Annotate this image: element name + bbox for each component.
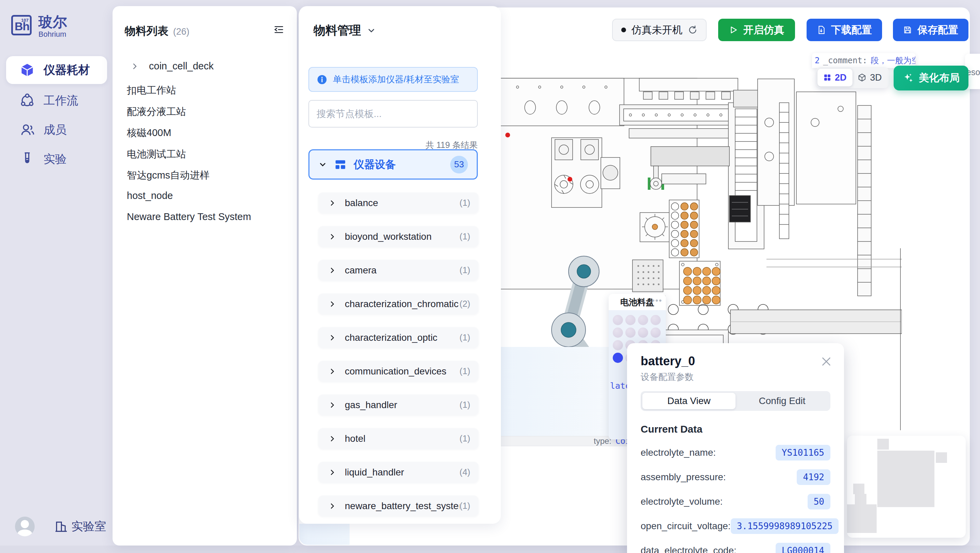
material-item[interactable]: 电池测试工站 [127,148,186,161]
material-item-label: coin_cell_deck [149,61,213,72]
data-label: assembly_pressure: [641,472,797,483]
tray-slot[interactable] [613,315,623,325]
category-row[interactable]: liquid_handler (4) [318,462,479,483]
app-logo[interactable]: 107 Bh 玻尔 Bohrium [11,15,67,39]
category-row[interactable]: characterization_chromatic (2) [318,293,479,314]
group-label: 仪器设备 [354,158,443,172]
tray-menu-icon[interactable]: ••• [652,296,662,305]
minimap-block [877,439,889,449]
material-item[interactable]: host_node [127,190,173,201]
close-icon[interactable] [820,355,832,368]
beautify-layout-button[interactable]: 美化布局 [894,65,969,91]
tab-data-view[interactable]: Data View [642,393,735,409]
collapse-panel-icon[interactable] [273,24,285,35]
sidebar-item-label: 工作流 [43,93,78,108]
material-item-expandable[interactable]: coin_cell_deck [130,61,213,72]
category-count: (1) [460,400,470,410]
search-box [309,100,478,127]
chevron-right-icon [328,435,336,443]
download-config-label: 下载配置 [831,23,872,37]
chevron-right-icon [328,300,336,308]
data-value[interactable]: 4192 [797,469,830,485]
download-config-button[interactable]: 下载配置 [807,19,882,41]
chevron-right-icon [328,199,336,207]
tray-slot[interactable] [613,340,623,350]
data-value[interactable]: 3.1559998989105225 [731,518,839,534]
simulation-status-pill[interactable]: 仿真未开机 [612,19,706,41]
material-item[interactable]: 配液分液工站 [127,105,186,119]
sidebar-item-members[interactable]: 成员 [6,116,107,144]
download-icon [817,25,826,34]
refresh-icon[interactable] [688,25,697,35]
avatar[interactable] [15,516,35,536]
type-label: type: [594,436,611,446]
category-row[interactable]: hotel (1) [318,428,479,449]
toggle-2d[interactable]: 2D [818,69,853,86]
chevron-down-icon[interactable] [367,26,376,35]
tray-slot[interactable] [651,328,661,338]
category-row[interactable]: camera (1) [318,260,479,280]
workflow-icon [20,93,35,108]
category-row[interactable]: bioyond_workstation (1) [318,226,479,247]
toggle-3d[interactable]: 3D [853,69,888,86]
category-row[interactable]: neware_battery_test_system (1) [318,496,479,516]
data-label: open_circuit_voltage: [641,521,731,532]
group-count-badge: 53 [450,156,468,174]
data-row: open_circuit_voltage: 3.1559998989105225 [641,514,830,539]
save-config-button[interactable]: 保存配置 [893,19,969,41]
category-count: (4) [460,467,470,478]
popup-subtitle: 设备配置参数 [641,371,694,383]
sidebar-item-label: 实验 [43,151,67,167]
sidebar-item-experiments[interactable]: 实验 [6,145,107,173]
data-value[interactable]: 50 [808,494,830,510]
tray-slot[interactable] [638,315,648,325]
start-simulation-button[interactable]: 开启仿真 [718,19,795,41]
material-item[interactable]: 核磁400M [127,126,171,140]
chevron-right-icon [328,502,336,510]
toggle-2d-label: 2D [835,72,847,83]
category-row[interactable]: characterization_optic (1) [318,327,479,348]
category-name: camera [345,265,460,276]
lab-switcher[interactable]: 实验室 [54,519,106,534]
minimap[interactable] [847,436,966,538]
tray-slot[interactable] [625,315,636,325]
grid-2d-icon [823,73,831,81]
beautify-label: 美化布局 [919,71,959,85]
tray-slot[interactable] [651,315,661,325]
category-count: (1) [460,500,470,511]
sidebar-item-label: 仪器耗材 [43,62,90,78]
material-item[interactable]: 智达gcms自动进样 [127,169,210,182]
data-row: electrolyte_name: YS101165 [641,440,830,465]
tray-slot[interactable] [613,328,623,338]
sidebar-item-instruments[interactable]: 仪器耗材 [6,56,107,84]
minimap-block [877,451,934,507]
logo-symbol: Bh [14,20,29,33]
tray-slot[interactable] [613,353,623,363]
tab-config-edit[interactable]: Config Edit [735,393,829,409]
minimap-block [847,504,877,533]
tooltip-value: 段，一般为空，stat [871,55,916,66]
material-item[interactable]: 扣电工作站 [127,84,176,97]
tray-slot[interactable] [638,328,648,338]
category-row[interactable]: balance (1) [318,193,479,213]
search-input[interactable] [309,101,477,127]
data-value[interactable]: YS101165 [776,445,830,461]
data-value[interactable]: LG000014 [776,543,830,553]
category-name: balance [345,198,460,209]
material-list-title: 物料列表 [125,24,168,39]
sidebar: 107 Bh 玻尔 Bohrium 仪器耗材 工作流 成员 实验 实验室 [0,0,113,545]
template-palette-panel: 物料管理 单击模板添加仪器/耗材至实验室 共 119 条结果 仪器设备 53 b… [299,6,501,524]
sidebar-item-label: 成员 [43,122,67,138]
category-name: liquid_handler [345,467,460,478]
chevron-right-icon [130,62,139,70]
tray-slot[interactable] [625,328,636,338]
info-icon [317,74,328,85]
group-header-instruments[interactable]: 仪器设备 53 [309,149,478,180]
category-row[interactable]: communication_devices (1) [318,361,479,382]
data-label: electrolyte_name: [641,447,776,458]
category-row[interactable]: gas_handler (1) [318,395,479,415]
material-item[interactable]: Neware Battery Test System [127,211,251,222]
data-row: electrolyte_volume: 50 [641,489,830,514]
category-count: (1) [460,332,470,343]
sidebar-item-workflow[interactable]: 工作流 [6,87,107,115]
